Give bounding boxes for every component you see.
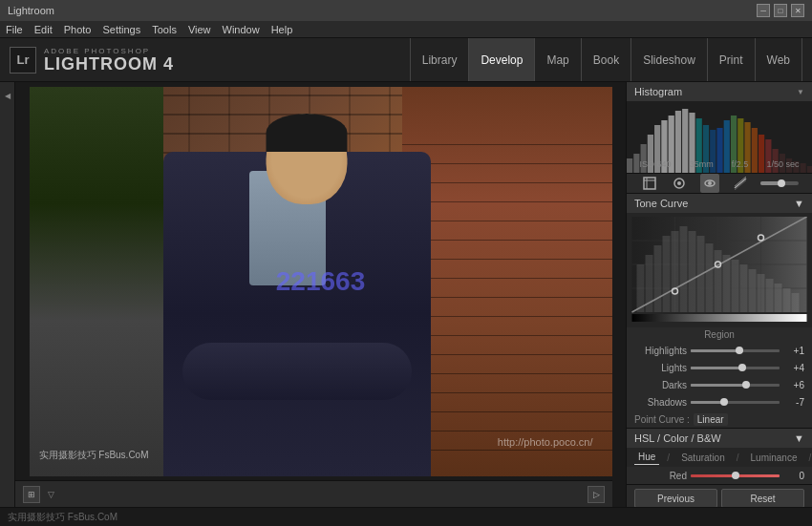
shadows-thumb[interactable] [720,398,728,406]
lights-thumb[interactable] [738,364,746,371]
window-controls[interactable]: ─ □ ✕ [757,4,804,17]
hsl-tab-luminance[interactable]: Luminance [747,451,801,465]
histogram-collapse-icon: ▼ [797,88,804,96]
nav-develop[interactable]: Develop [469,38,535,81]
shadows-label: Shadows [634,397,687,408]
window-title: Lightroom [8,5,54,16]
region-label: Region [627,327,812,342]
zoom-slider-fill [760,181,780,185]
lights-label: Lights [634,363,687,373]
red-fill [691,474,736,477]
svg-rect-49 [680,226,688,312]
histogram-area: ISO 640 35mm f/2.5 1/50 sec [627,101,812,173]
point-curve-value[interactable]: Linear [694,413,728,426]
darks-label: Darks [634,380,687,390]
menu-settings[interactable]: Settings [102,24,140,35]
close-button[interactable]: ✕ [791,4,804,17]
svg-rect-56 [740,264,748,312]
svg-rect-58 [758,274,765,312]
histogram-iso: ISO 640 [640,159,672,169]
zoom-slider-track[interactable] [760,181,799,185]
zoom-label: ▽ [48,490,54,499]
menu-view[interactable]: View [188,24,211,35]
menu-window[interactable]: Window [223,24,260,35]
image-area: 221663 http://photo.poco.cn/ 实用摄影技巧 FsBu… [15,82,626,480]
histogram-aperture: f/2.5 [732,159,749,169]
left-panel: ◀ [0,82,15,507]
highlights-label: Highlights [634,346,687,356]
darks-thumb[interactable] [742,381,750,389]
histogram-info: ISO 640 35mm f/2.5 1/50 sec [627,159,812,169]
shadows-slider[interactable] [691,401,780,404]
point-curve-label: Point Curve : [634,414,690,425]
street-area [30,87,163,476]
spot-removal-tool[interactable] [670,174,689,193]
app-name: ADOBE PHOTOSHOP LIGHTROOM 4 [44,47,174,73]
zoom-slider-thumb[interactable] [778,179,785,187]
graduated-filter-tool[interactable] [731,174,750,193]
svg-rect-57 [749,269,757,312]
person-hair [266,114,347,152]
minimize-button[interactable]: ─ [757,4,770,17]
nav-slideshow[interactable]: Slideshow [631,38,708,81]
menu-file[interactable]: File [6,24,23,35]
red-thumb[interactable] [732,472,739,479]
watermark-number: 221663 [276,266,365,297]
person-arms [182,343,412,400]
histogram-title: Histogram [634,86,682,97]
redeye-tool[interactable] [700,174,719,193]
red-slider[interactable] [691,474,780,477]
highlights-slider[interactable] [691,349,780,352]
svg-point-33 [708,181,712,185]
restore-button[interactable]: □ [774,4,787,17]
nav-print[interactable]: Print [708,38,756,81]
hsl-header[interactable]: HSL / Color / B&W ▼ [627,429,812,448]
reset-button[interactable]: Reset [721,489,804,507]
highlights-thumb[interactable] [736,347,743,354]
tools-row [627,174,812,194]
svg-rect-52 [706,243,714,312]
hsl-sep-1: / [667,452,670,463]
svg-rect-62 [792,293,800,312]
photo-container[interactable]: 221663 http://photo.poco.cn/ 实用摄影技巧 FsBu… [30,87,612,476]
menu-help[interactable]: Help [271,24,293,35]
tone-curve-canvas-area[interactable] [627,213,812,327]
previous-button[interactable]: Previous [634,489,717,507]
crop-tool[interactable] [640,174,659,193]
title-bar: Lightroom ─ □ ✕ [0,0,812,21]
svg-line-34 [735,179,746,188]
svg-rect-50 [689,231,696,312]
menu-edit[interactable]: Edit [34,24,53,35]
darks-slider[interactable] [691,384,780,387]
svg-rect-44 [637,264,645,312]
histogram-section: Histogram ▼ [627,82,812,174]
hsl-tab-saturation[interactable]: Saturation [677,451,729,465]
nav-map[interactable]: Map [535,38,581,81]
lights-slider[interactable] [691,367,780,369]
histogram-header[interactable]: Histogram ▼ [627,82,812,101]
tone-curve-header[interactable]: Tone Curve ▼ [627,194,812,213]
slideshow-button[interactable]: ▷ [588,486,605,503]
menu-photo[interactable]: Photo [64,24,92,35]
red-hue-row: Red 0 [627,467,812,484]
lights-row: Lights +4 [627,359,812,376]
svg-rect-55 [732,260,739,312]
svg-rect-47 [663,236,671,312]
left-toggle-icon[interactable]: ◀ [0,86,17,105]
hsl-tab-hue[interactable]: Hue [634,450,659,465]
tone-curve-section: Tone Curve ▼ [627,194,812,429]
nav-tabs: Library Develop Map Book Slideshow Print… [410,38,802,81]
hsl-sep-2: / [737,452,739,463]
hsl-sep-3: / [808,452,811,463]
prev-reset-row: Previous Reset [627,485,812,507]
tone-curve-chart [630,217,808,324]
right-panel: Histogram ▼ [626,82,812,507]
highlights-value: +1 [783,346,804,356]
lights-value: +4 [783,363,804,373]
watermark-url: http://photo.poco.cn/ [498,436,593,448]
nav-web[interactable]: Web [756,38,802,81]
menu-tools[interactable]: Tools [152,24,177,35]
grid-view-button[interactable]: ⊞ [23,486,40,503]
nav-library[interactable]: Library [410,38,470,81]
nav-book[interactable]: Book [582,38,631,81]
